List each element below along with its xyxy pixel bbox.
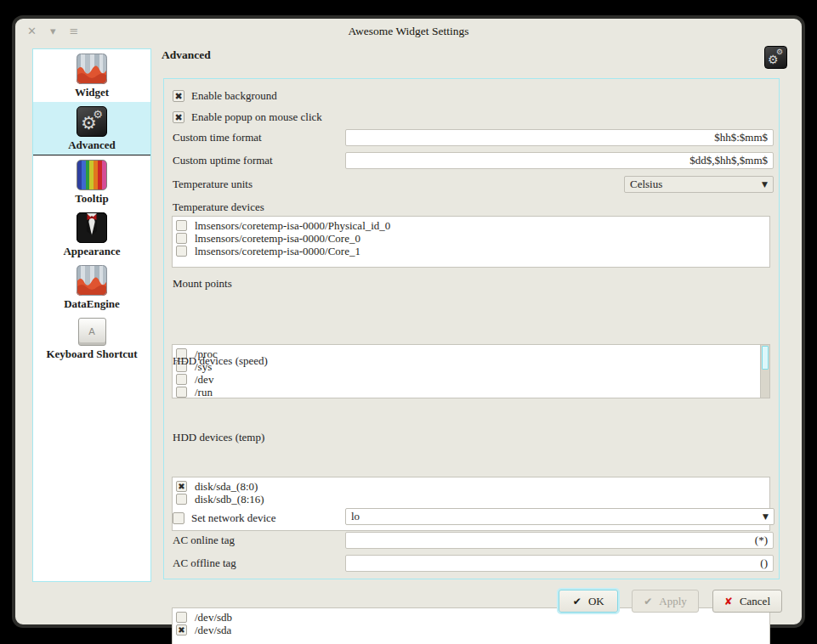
advanced-form: ✖ Enable background ✖ Enable popup on mo…: [163, 78, 780, 579]
titlebar: ✕ ▾ ≡ Awesome Widget Settings: [15, 19, 802, 44]
set-network-device-row[interactable]: Set network device: [173, 510, 276, 527]
list-item-checkbox[interactable]: [176, 494, 187, 505]
sidebar-item-advanced[interactable]: ⚙⚙ Advanced: [33, 102, 150, 155]
set-network-device-label: Set network device: [191, 510, 276, 527]
temperature-units-value: Celsius: [630, 178, 662, 191]
list-item-label: lmsensors/coretemp-isa-0000/Physical_id_…: [195, 219, 390, 233]
list-item-checkbox[interactable]: ✖: [176, 624, 187, 636]
temperature-devices-list: lmsensors/coretemp-isa-0000/Physical_id_…: [172, 216, 770, 268]
list-item-checkbox[interactable]: [176, 233, 187, 244]
custom-time-format-input[interactable]: [345, 129, 774, 146]
list-item[interactable]: /dev/sdb: [176, 611, 768, 624]
list-item-label: /run: [195, 386, 213, 399]
apply-button[interactable]: ✔ Apply: [632, 590, 699, 613]
gears-icon: ⚙⚙: [77, 106, 107, 137]
settings-window: ✕ ▾ ≡ Awesome Widget Settings: [12, 15, 805, 628]
window-title: Awesome Widget Settings: [15, 25, 802, 38]
check-icon: ✔: [644, 596, 652, 607]
mount-points-scrollbar[interactable]: [760, 345, 769, 398]
enable-background-checkbox[interactable]: ✖: [173, 90, 184, 102]
enable-popup-checkbox[interactable]: ✖: [173, 111, 184, 123]
list-item-label: lmsensors/coretemp-isa-0000/Core_0: [195, 232, 360, 246]
sidebar-item-label: DataEngine: [64, 297, 120, 311]
list-item[interactable]: ✖ disk/sda_(8:0): [176, 480, 768, 493]
list-item-checkbox[interactable]: [176, 246, 187, 257]
chevron-down-icon: ▼: [762, 180, 768, 189]
enable-popup-label: Enable popup on mouse click: [191, 109, 322, 126]
temperature-devices-label: Temperature devices: [173, 199, 264, 216]
list-item-checkbox[interactable]: [176, 374, 187, 385]
enable-background-row[interactable]: ✖ Enable background: [173, 88, 277, 105]
settings-gear-button[interactable]: ⚙⚙: [764, 46, 787, 69]
network-device-value: lo: [351, 510, 360, 523]
ac-offline-tag-input[interactable]: [345, 555, 774, 572]
apply-button-label: Apply: [659, 595, 687, 608]
sidebar-item-keyboard-shortcut[interactable]: A Keyboard Shortcut: [33, 314, 150, 364]
sidebar-item-label: Widget: [75, 86, 109, 99]
tuxedo-icon: [77, 212, 107, 243]
sidebar-item-widget[interactable]: Widget: [33, 49, 150, 102]
scrollbar-thumb[interactable]: [762, 346, 769, 370]
list-item[interactable]: lmsensors/coretemp-isa-0000/Core_0: [176, 232, 768, 245]
set-network-device-checkbox[interactable]: [173, 512, 184, 524]
cancel-button[interactable]: ✘ Cancel: [712, 590, 782, 613]
ac-offline-tag-label: AC offline tag: [173, 555, 236, 572]
custom-uptime-format-input[interactable]: [345, 152, 774, 169]
list-item-checkbox[interactable]: [176, 220, 187, 231]
ok-button-label: OK: [588, 595, 604, 608]
enable-popup-row[interactable]: ✖ Enable popup on mouse click: [173, 109, 322, 126]
page-title: Advanced: [162, 48, 211, 62]
temperature-units-label: Temperature units: [173, 176, 252, 193]
temperature-units-select[interactable]: Celsius ▼: [624, 176, 774, 193]
custom-uptime-format-label: Custom uptime format: [173, 152, 273, 169]
keyboard-key-icon: A: [78, 318, 106, 346]
mount-points-label: Mount points: [173, 275, 232, 292]
list-item-label: disk/sda_(8:0): [195, 480, 258, 494]
ac-online-tag-label: AC online tag: [173, 532, 235, 549]
list-item-checkbox[interactable]: ✖: [176, 481, 187, 492]
list-item[interactable]: ✖ /dev/sda: [176, 624, 768, 636]
sidebar: Widget ⚙⚙ Advanced Tooltip: [32, 48, 151, 582]
list-item[interactable]: disk/sdb_(8:16): [176, 493, 768, 506]
hdd-speed-label: HDD devices (speed): [173, 353, 268, 370]
list-item-label: lmsensors/coretemp-isa-0000/Core_1: [195, 245, 360, 258]
list-item[interactable]: lmsensors/coretemp-isa-0000/Core_1: [176, 245, 768, 257]
sidebar-item-label: Tooltip: [75, 192, 108, 206]
sidebar-item-dataengine[interactable]: DataEngine: [33, 261, 150, 314]
sidebar-item-tooltip[interactable]: Tooltip: [33, 155, 150, 208]
sidebar-item-label: Keyboard Shortcut: [46, 347, 137, 361]
list-item-label: disk/sdb_(8:16): [195, 493, 264, 506]
ok-button[interactable]: ✔ OK: [559, 590, 618, 613]
list-item[interactable]: lmsensors/coretemp-isa-0000/Physical_id_…: [176, 219, 768, 232]
hdd-temp-label: HDD devices (temp): [173, 429, 264, 446]
dataengine-chart-icon: [77, 265, 107, 296]
ac-online-tag-input[interactable]: [345, 532, 774, 549]
hdd-temp-list: /dev/sdb ✖ /dev/sda: [172, 607, 770, 644]
color-stripes-icon: [77, 160, 107, 190]
list-item[interactable]: /dev: [176, 373, 768, 386]
list-item-label: /dev: [195, 373, 213, 387]
cancel-button-label: Cancel: [740, 595, 770, 608]
custom-time-format-label: Custom time format: [173, 129, 262, 146]
list-item-label: /dev/sda: [195, 624, 231, 637]
chevron-down-icon: ▼: [763, 512, 769, 521]
list-item-checkbox[interactable]: [176, 612, 187, 623]
sidebar-item-label: Appearance: [63, 245, 120, 258]
network-device-select[interactable]: lo ▼: [345, 508, 774, 525]
sidebar-item-label: Advanced: [68, 138, 116, 152]
list-item-label: /dev/sdb: [195, 611, 232, 624]
x-icon: ✘: [724, 596, 733, 607]
sidebar-item-appearance[interactable]: Appearance: [33, 208, 150, 261]
enable-background-label: Enable background: [191, 88, 277, 105]
list-item[interactable]: /run: [176, 386, 768, 398]
widget-chart-icon: [77, 54, 107, 84]
list-item-checkbox[interactable]: [176, 387, 187, 398]
check-icon: ✔: [573, 596, 582, 607]
dialog-buttons: ✔ OK ✔ Apply ✘ Cancel: [559, 590, 782, 613]
